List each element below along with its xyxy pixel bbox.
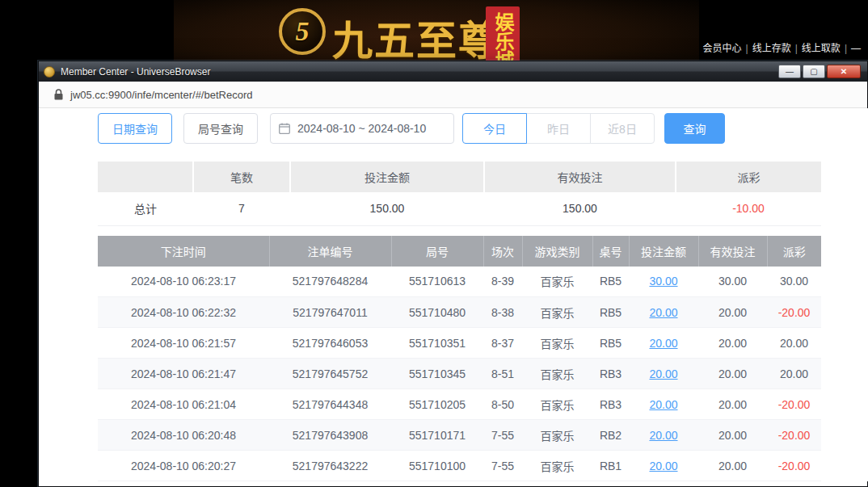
cell-payout: 20.00 [767,359,821,389]
cell-valid-bet: 20.00 [698,359,767,389]
date-query-tab[interactable]: 日期查询 [98,113,172,144]
cell-bet-time: 2024-08-10 06:21:47 [98,359,269,389]
cell-session: 7-55 [483,451,522,481]
bet-record-table: 下注时间 注单编号 局号 场次 游戏类别 桌号 投注金额 有效投注 派彩 202… [98,236,821,482]
header-valid-bet: 有效投注 [698,236,767,267]
cell-bet-no: 521797645752 [269,359,391,389]
url-text: jw05.cc:9900/infe/mcenter/#/betRecord [70,89,252,101]
cell-game-type: 百家乐 [522,451,592,481]
table-row: 2024-08-10 06:21:04521797644348551710205… [98,389,821,420]
header-session: 场次 [483,236,522,267]
cell-payout: -20.00 [767,297,821,328]
top-nav: 会员中心|线上存款|线上取款|— [699,40,865,54]
cell-round-no: 551710351 [391,328,483,359]
header-bet-time: 下注时间 [98,236,269,267]
cell-round-no: 551710100 [391,451,483,481]
window-title: Member Center - UniverseBrowser [61,66,778,78]
bet-amount-link[interactable]: 20.00 [649,367,677,380]
address-bar[interactable]: jw05.cc:9900/infe/mcenter/#/betRecord [39,82,867,108]
round-query-tab[interactable]: 局号查询 [183,113,258,144]
window-favicon-icon [44,66,55,78]
table-row: 2024-08-10 06:23:17521797648284551710613… [98,267,821,297]
nav-link-cutoff[interactable]: — [851,43,861,54]
cell-bet-time: 2024-08-10 06:20:27 [98,451,269,481]
search-button[interactable]: 查询 [664,113,725,144]
summary-header-payout: 派彩 [676,162,821,192]
cell-payout: -20.00 [767,451,821,481]
date-range-input[interactable]: 2024-08-10 ~ 2024-08-10 [270,113,454,144]
cell-round-no: 551710345 [391,359,483,389]
window-titlebar[interactable]: Member Center - UniverseBrowser — ▢ ✕ [39,61,867,82]
table-row: 2024-08-10 06:21:57521797646053551710351… [98,328,821,359]
cell-game-type: 百家乐 [522,267,592,297]
quick-yesterday-button[interactable]: 昨日 [526,113,591,144]
cell-valid-bet: 30.00 [698,267,767,297]
cell-valid-bet: 20.00 [698,451,767,481]
cell-payout: 20.00 [767,328,821,359]
summary-count-value: 7 [193,192,290,225]
bet-amount-link[interactable]: 20.00 [649,429,677,442]
cell-game-type: 百家乐 [522,297,592,328]
bet-table-body: 2024-08-10 06:23:17521797648284551710613… [98,267,821,481]
cell-table-no: RB5 [592,297,629,328]
cell-bet-time: 2024-08-10 06:21:04 [98,389,269,420]
summary-total-label: 总计 [98,192,193,225]
window-close-button[interactable]: ✕ [827,65,861,78]
cell-bet-time: 2024-08-10 06:22:32 [98,297,269,328]
cell-bet-amount: 20.00 [629,451,698,481]
cell-table-no: RB5 [592,328,629,359]
cell-bet-amount: 20.00 [629,389,698,420]
lock-icon[interactable] [54,89,63,100]
cell-session: 8-39 [483,267,522,297]
cell-table-no: RB3 [592,359,629,389]
bet-table-header-row: 下注时间 注单编号 局号 场次 游戏类别 桌号 投注金额 有效投注 派彩 [98,236,821,267]
cell-table-no: RB2 [592,420,629,451]
logo-title: 九五至尊 [332,8,500,66]
quick-last8days-button[interactable]: 近8日 [590,113,655,144]
summary-header-bet-amount: 投注金额 [290,162,484,192]
cell-bet-amount: 20.00 [629,420,698,451]
cell-bet-time: 2024-08-10 06:23:17 [98,267,269,297]
bet-amount-link[interactable]: 20.00 [649,337,677,350]
nav-link-withdraw[interactable]: 线上取款 [802,43,841,54]
header-bet-no: 注单编号 [269,236,391,267]
cell-session: 8-37 [483,328,522,359]
summary-table: 笔数 投注金额 有效投注 派彩 总计 7 150.00 150.00 -10.0… [98,162,821,226]
header-bet-amount: 投注金额 [629,236,698,267]
cell-payout: -20.00 [767,420,821,451]
summary-header-blank [98,162,193,192]
summary-payout-value: -10.00 [676,192,821,225]
nav-link-member-center[interactable]: 会员中心 [703,43,742,54]
quick-date-group: 今日 昨日 近8日 [462,113,655,144]
date-range-value: 2024-08-10 ~ 2024-08-10 [297,122,426,135]
bet-amount-link[interactable]: 20.00 [649,306,677,319]
cell-session: 8-51 [483,359,522,389]
table-row: 2024-08-10 06:22:32521797647011551710480… [98,297,821,328]
header-payout: 派彩 [767,236,821,267]
summary-header-valid-bet: 有效投注 [484,162,676,192]
nav-link-deposit[interactable]: 线上存款 [752,43,791,54]
bet-amount-link[interactable]: 30.00 [649,275,677,288]
bet-amount-link[interactable]: 20.00 [649,398,677,411]
cell-bet-amount: 30.00 [629,267,698,297]
cell-bet-time: 2024-08-10 06:20:48 [98,420,269,451]
cell-payout: -20.00 [767,389,821,420]
cell-valid-bet: 20.00 [698,328,767,359]
window-minimize-button[interactable]: — [778,65,801,78]
nav-separator: | [795,43,798,54]
summary-valid-bet-value: 150.00 [484,192,676,225]
cell-bet-amount: 20.00 [629,359,698,389]
cell-round-no: 551710480 [391,297,483,328]
cell-game-type: 百家乐 [522,389,592,420]
table-row: 2024-08-10 06:21:47521797645752551710345… [98,359,821,389]
cell-round-no: 551710205 [391,389,483,420]
window-controls: — ▢ ✕ [778,65,861,78]
cell-table-no: RB1 [592,451,629,481]
bet-amount-link[interactable]: 20.00 [649,460,677,472]
summary-header-count: 笔数 [193,162,290,192]
cell-bet-no: 521797646053 [269,328,391,359]
quick-today-button[interactable]: 今日 [462,113,527,144]
window-maximize-button[interactable]: ▢ [803,65,825,78]
bet-record-page: 日期查询 局号查询 2024-08-10 ~ 2024-08-10 今日 昨日 … [39,108,868,481]
cell-game-type: 百家乐 [522,328,592,359]
